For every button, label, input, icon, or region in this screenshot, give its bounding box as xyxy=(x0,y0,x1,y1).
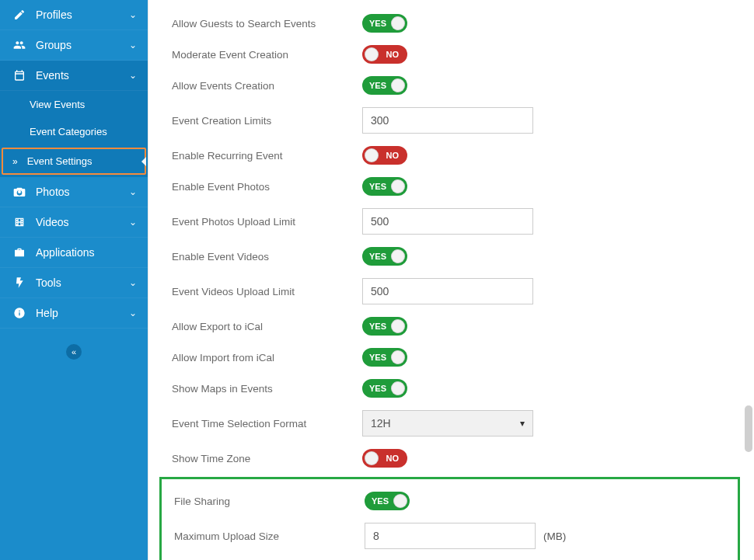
chevron-left-icon: « xyxy=(66,344,82,360)
setting-row-time-format: Event Time Selection Format 12H xyxy=(148,404,754,443)
toggle-import-ical[interactable]: YES xyxy=(362,348,407,367)
setting-label: Event Creation Limits xyxy=(172,115,362,127)
setting-label: Enable Event Videos xyxy=(172,251,362,263)
sidebar: Profiles ⌄ Groups ⌄ Events ⌄ View Events… xyxy=(0,0,148,560)
sidebar-item-label: Applications xyxy=(36,246,137,259)
toggle-recurring[interactable]: NO xyxy=(362,146,407,165)
chevron-down-icon: ⌄ xyxy=(129,40,137,50)
collapse-sidebar-button[interactable]: « xyxy=(0,344,148,360)
creation-limits-input[interactable] xyxy=(362,107,533,134)
chevron-down-icon: ⌄ xyxy=(129,9,137,20)
setting-row-file-sharing: File Sharing YES xyxy=(162,485,738,517)
chevron-right-icon: » xyxy=(12,156,18,167)
toggle-handle-icon xyxy=(365,47,379,61)
setting-label: Event Videos Upload Limit xyxy=(172,286,362,297)
camera-icon xyxy=(11,186,28,198)
videos-limit-input[interactable] xyxy=(362,278,533,304)
setting-row-show-timezone: Show Time Zone NO xyxy=(148,443,754,474)
setting-row-event-photos: Enable Event Photos YES xyxy=(148,171,754,202)
select-value: 12H xyxy=(371,417,391,430)
sidebar-item-help[interactable]: Help ⌄ xyxy=(0,298,148,329)
sidebar-item-tools[interactable]: Tools ⌄ xyxy=(0,268,148,298)
sidebar-item-label: Groups xyxy=(36,39,129,51)
setting-label: Allow Export to iCal xyxy=(172,321,362,332)
setting-label: Moderate Event Creation xyxy=(172,49,362,61)
setting-row-recurring: Enable Recurring Event NO xyxy=(148,140,754,171)
bolt-icon xyxy=(11,277,28,289)
settings-panel: Allow Guests to Search Events YES Modera… xyxy=(148,0,754,560)
toggle-event-photos[interactable]: YES xyxy=(362,177,407,196)
setting-row-moderate-creation: Moderate Event Creation NO xyxy=(148,39,754,70)
sidebar-item-label: Event Settings xyxy=(27,155,93,167)
setting-label: Maximum Upload Size xyxy=(174,530,365,542)
setting-row-allow-creation: Allow Events Creation YES xyxy=(148,70,754,101)
toggle-handle-icon xyxy=(391,78,405,92)
toggle-event-videos[interactable]: YES xyxy=(362,247,407,266)
briefcase-icon xyxy=(11,246,28,259)
info-icon xyxy=(11,307,28,319)
calendar-icon xyxy=(11,69,28,82)
chevron-down-icon: ⌄ xyxy=(129,277,137,288)
unit-label: (MB) xyxy=(543,530,566,542)
setting-label: Show Maps in Events xyxy=(172,383,362,395)
chevron-down-icon: ⌄ xyxy=(129,70,137,81)
users-icon xyxy=(11,39,28,51)
chevron-down-icon: ⌄ xyxy=(129,308,137,318)
time-format-select[interactable]: 12H xyxy=(362,410,533,437)
toggle-moderate-creation[interactable]: NO xyxy=(362,45,407,64)
events-submenu: View Events Event Categories » Event Set… xyxy=(0,91,148,177)
setting-row-max-upload: Maximum Upload Size (MB) xyxy=(162,517,738,555)
setting-label: Allow Import from iCal xyxy=(172,352,362,363)
toggle-guest-search[interactable]: YES xyxy=(362,14,407,33)
sidebar-item-groups[interactable]: Groups ⌄ xyxy=(0,30,148,61)
setting-row-show-maps: Show Maps in Events YES xyxy=(148,373,754,404)
toggle-handle-icon xyxy=(391,179,405,193)
toggle-allow-creation[interactable]: YES xyxy=(362,76,407,95)
toggle-handle-icon xyxy=(391,319,405,333)
sidebar-item-events[interactable]: Events ⌄ xyxy=(0,61,148,91)
sidebar-item-profiles[interactable]: Profiles ⌄ xyxy=(0,0,148,30)
sidebar-item-label: Events xyxy=(36,69,129,82)
toggle-handle-icon xyxy=(365,148,379,162)
sidebar-item-applications[interactable]: Applications xyxy=(0,238,148,268)
sidebar-item-label: Profiles xyxy=(36,9,129,21)
toggle-handle-icon xyxy=(365,451,379,465)
photos-limit-input[interactable] xyxy=(362,208,533,235)
toggle-file-sharing[interactable]: YES xyxy=(365,492,410,510)
sidebar-item-event-categories[interactable]: Event Categories xyxy=(0,118,148,145)
sidebar-item-label: Videos xyxy=(36,216,129,228)
setting-row-export-ical: Allow Export to iCal YES xyxy=(148,311,754,342)
toggle-handle-icon xyxy=(391,381,405,395)
sidebar-item-photos[interactable]: Photos ⌄ xyxy=(0,177,148,207)
setting-row-creation-limits: Event Creation Limits xyxy=(148,101,754,140)
setting-label: Event Photos Upload Limit xyxy=(172,216,362,228)
setting-label: Show Time Zone xyxy=(172,453,362,464)
setting-row-videos-limit: Event Videos Upload Limit xyxy=(148,272,754,311)
toggle-show-maps[interactable]: YES xyxy=(362,379,407,398)
toggle-handle-icon xyxy=(391,249,405,263)
edit-icon xyxy=(11,9,28,21)
toggle-show-timezone[interactable]: NO xyxy=(362,449,407,468)
sidebar-item-label: Help xyxy=(36,307,129,319)
sidebar-item-label: Photos xyxy=(36,186,129,198)
sidebar-item-label: Tools xyxy=(36,277,129,289)
setting-label: Enable Event Photos xyxy=(172,181,362,193)
toggle-export-ical[interactable]: YES xyxy=(362,317,407,336)
setting-label: Allow Events Creation xyxy=(172,80,362,92)
toggle-handle-icon xyxy=(391,350,405,364)
film-icon xyxy=(11,216,28,228)
max-upload-input[interactable] xyxy=(365,523,536,549)
chevron-down-icon: ⌄ xyxy=(129,217,137,228)
sidebar-item-label: Event Categories xyxy=(30,126,107,137)
toggle-handle-icon xyxy=(391,16,405,30)
sidebar-item-label: View Events xyxy=(30,99,85,110)
sidebar-item-videos[interactable]: Videos ⌄ xyxy=(0,207,148,238)
sidebar-item-event-settings[interactable]: » Event Settings xyxy=(0,145,148,177)
sidebar-item-view-events[interactable]: View Events xyxy=(0,91,148,118)
setting-row-photos-limit: Event Photos Upload Limit xyxy=(148,202,754,241)
setting-label: Enable Recurring Event xyxy=(172,150,362,162)
toggle-handle-icon xyxy=(393,494,407,508)
setting-row-event-videos: Enable Event Videos YES xyxy=(148,241,754,272)
setting-label: Allow Guests to Search Events xyxy=(172,18,362,30)
setting-row-guest-search: Allow Guests to Search Events YES xyxy=(148,8,754,39)
